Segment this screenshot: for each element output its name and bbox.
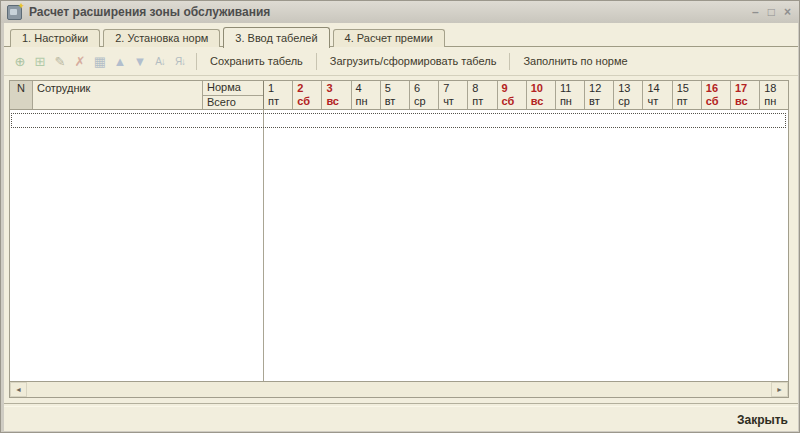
day-column-header-7: 7чт (439, 81, 468, 109)
total-label: Всего (203, 96, 263, 109)
day-of-week: вс (735, 95, 759, 108)
day-number: 13 (618, 82, 642, 95)
tab-2[interactable]: 2. Установка норм (103, 29, 220, 47)
toolbar: ⊕⊞✎✗▦▲▼А↓Я↓ Сохранить табельЗагрузить/сф… (4, 47, 798, 76)
day-column-header-11: 11пн (556, 81, 585, 109)
toolbar-separator (509, 53, 510, 70)
form-area: 1. Настройки2. Установка норм3. Ввод таб… (4, 23, 798, 431)
day-number: 15 (677, 82, 701, 95)
toolbar-buttons: Сохранить табельЗагрузить/сформировать т… (202, 52, 636, 70)
move-up-icon[interactable]: ▲ (111, 52, 129, 70)
day-of-week: пн (764, 95, 788, 108)
add-copy-icon[interactable]: ⊞ (31, 52, 49, 70)
day-of-week: сб (297, 95, 321, 108)
day-column-header-18: 18пн (760, 81, 788, 109)
day-column-header-10: 10вс (527, 81, 556, 109)
day-number: 12 (589, 82, 613, 95)
close-form-button[interactable]: Закрыть (737, 413, 788, 427)
day-number: 6 (414, 82, 438, 95)
day-number: 10 (531, 82, 555, 95)
day-column-headers: 1пт2сб3вс4пн5вт6ср7чт8пт9сб10вс11пн12вт1… (264, 81, 788, 109)
sort-asc-icon[interactable]: А↓ (151, 52, 169, 70)
maximize-button[interactable]: □ (768, 6, 775, 18)
day-of-week: сб (502, 95, 526, 108)
tab-3[interactable]: 3. Ввод табелей (223, 27, 329, 48)
move-down-icon[interactable]: ▼ (131, 52, 149, 70)
day-column-header-6: 6ср (410, 81, 439, 109)
day-number: 16 (706, 82, 730, 95)
table-body (10, 110, 788, 381)
day-of-week: пн (560, 95, 584, 108)
day-column-header-14: 14чт (643, 81, 672, 109)
day-number: 7 (443, 82, 467, 95)
day-of-week: пт (268, 95, 292, 108)
tab-strip: 1. Настройки2. Установка норм3. Ввод таб… (10, 27, 445, 47)
toolbar-separator (196, 53, 197, 70)
sort-desc-icon[interactable]: Я↓ (171, 52, 189, 70)
day-column-header-4: 4пн (352, 81, 381, 109)
day-column-header-13: 13ср (614, 81, 643, 109)
app-window: ✦ Расчет расширения зоны обслуживания – … (0, 0, 800, 433)
day-column-header-17: 17вс (731, 81, 760, 109)
day-of-week: вс (531, 95, 555, 108)
edit-icon[interactable]: ✎ (51, 52, 69, 70)
norm-label: Норма (203, 81, 263, 96)
window-title: Расчет расширения зоны обслуживания (29, 5, 270, 19)
scroll-left-button[interactable]: ◄ (10, 382, 27, 397)
day-of-week: сб (706, 95, 730, 108)
day-of-week: ср (618, 95, 642, 108)
day-column-header-16: 16сб (702, 81, 731, 109)
window-icon: ✦ (7, 5, 22, 20)
column-header-employee: Сотрудник (33, 81, 203, 109)
day-column-header-8: 8пт (468, 81, 497, 109)
day-of-week: пн (356, 95, 380, 108)
save-timesheet-button[interactable]: Сохранить табель (202, 52, 311, 70)
day-column-header-2: 2сб (293, 81, 322, 109)
day-number: 17 (735, 82, 759, 95)
column-header-norm: Норма Всего (203, 81, 264, 109)
fill-by-norm-button[interactable]: Заполнить по норме (515, 52, 635, 70)
day-of-week: чт (443, 95, 467, 108)
window-controls: – □ × (752, 1, 791, 23)
frozen-column-divider (263, 110, 264, 381)
delete-icon[interactable]: ✗ (71, 52, 89, 70)
day-number: 8 (472, 82, 496, 95)
timesheet-table: N Сотрудник Норма Всего 1пт2сб3вс4пн5вт6… (9, 80, 789, 398)
day-number: 18 (764, 82, 788, 95)
day-of-week: вт (385, 95, 409, 108)
add-row-icon[interactable]: ⊕ (11, 52, 29, 70)
title-bar: ✦ Расчет расширения зоны обслуживания – … (1, 1, 799, 23)
tab-4[interactable]: 4. Расчет премии (333, 29, 445, 47)
day-of-week: пт (677, 95, 701, 108)
day-number: 14 (647, 82, 671, 95)
day-of-week: вс (326, 95, 350, 108)
day-number: 9 (502, 82, 526, 95)
day-of-week: чт (647, 95, 671, 108)
toolbar-separator (316, 53, 317, 70)
day-of-week: пт (472, 95, 496, 108)
day-column-header-1: 1пт (264, 81, 293, 109)
grid-icon[interactable]: ▦ (91, 52, 109, 70)
tab-1[interactable]: 1. Настройки (10, 29, 100, 47)
scroll-right-button[interactable]: ► (771, 382, 788, 397)
column-header-n: N (10, 81, 33, 109)
day-of-week: вт (589, 95, 613, 108)
minimize-button[interactable]: – (752, 6, 759, 18)
day-number: 4 (356, 82, 380, 95)
day-column-header-15: 15пт (673, 81, 702, 109)
toolbar-icons: ⊕⊞✎✗▦▲▼А↓Я↓ (11, 52, 191, 70)
day-number: 3 (326, 82, 350, 95)
day-column-header-9: 9сб (498, 81, 527, 109)
day-of-week: ср (414, 95, 438, 108)
day-column-header-12: 12вт (585, 81, 614, 109)
active-row-focus-rectangle[interactable] (11, 113, 786, 128)
footer-separator (4, 403, 798, 407)
horizontal-scrollbar[interactable]: ◄ ► (10, 381, 788, 397)
table-header: N Сотрудник Норма Всего 1пт2сб3вс4пн5вт6… (10, 81, 788, 110)
day-number: 1 (268, 82, 292, 95)
close-button[interactable]: × (784, 6, 791, 18)
day-column-header-3: 3вс (322, 81, 351, 109)
day-column-header-5: 5вт (381, 81, 410, 109)
day-number: 2 (297, 82, 321, 95)
load-generate-timesheet-button[interactable]: Загрузить/сформировать табель (322, 52, 505, 70)
